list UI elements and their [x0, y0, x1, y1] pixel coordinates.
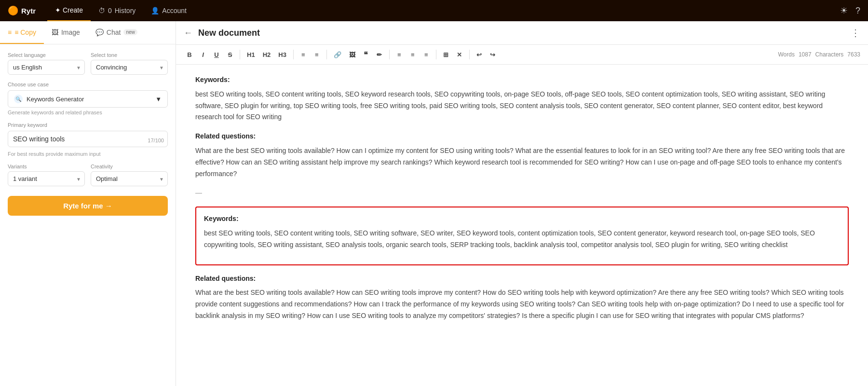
variants-select[interactable]: 1 variant — [8, 171, 85, 186]
copy-tab-label: ≡ Copy — [14, 28, 36, 36]
chat-tab-label: Chat — [107, 28, 121, 36]
tab-copy[interactable]: ≡ ≡ Copy — [0, 21, 44, 44]
use-case-hint: Generate keywords and related phrases — [8, 110, 168, 115]
clear-format-button[interactable]: ✕ — [454, 48, 465, 61]
more-options-button[interactable]: ⋮ — [851, 27, 860, 39]
variants-select-wrapper: 1 variant ▼ — [8, 171, 85, 186]
word-char-count: Words 1087 Characters 7633 — [778, 51, 860, 58]
chat-icon: 💬 — [95, 28, 104, 36]
block1-keywords-text: best SEO writing tools, SEO content writ… — [195, 89, 849, 123]
keyword-input[interactable] — [8, 131, 168, 147]
tab-chat[interactable]: 💬 Chat new — [88, 21, 145, 44]
creativity-select[interactable]: Optimal — [91, 171, 168, 186]
chars-count: 7633 — [847, 51, 860, 58]
redo-button[interactable]: ↪ — [487, 48, 499, 61]
language-group: Select language us English ▼ — [8, 52, 85, 75]
help-button[interactable]: ? — [855, 6, 860, 16]
quote-button[interactable]: ❝ — [360, 48, 372, 61]
history-badge: 0 — [108, 7, 112, 14]
use-case-icon: 🔍 — [14, 95, 23, 103]
tone-group: Select tone Convincing ▼ — [91, 52, 168, 75]
language-tone-row: Select language us English ▼ Select tone… — [8, 52, 168, 75]
keyword-hint: For best results provide maximum input — [8, 151, 101, 157]
primary-keyword-section: Primary keyword 17/100 For best results … — [8, 122, 168, 157]
document-header: ← New document ⋮ — [176, 21, 868, 45]
tone-label: Select tone — [91, 52, 168, 58]
toolbar-sep-1 — [240, 50, 240, 59]
bold-button[interactable]: B — [184, 48, 195, 61]
block2-related-questions-text: What are the best SEO writing tools avai… — [195, 287, 849, 321]
left-sidebar: ≡ ≡ Copy 🖼 Image 💬 Chat new Select langu… — [0, 21, 176, 386]
back-button[interactable]: ← — [184, 28, 192, 38]
toolbar-sep-3 — [326, 50, 327, 59]
account-icon: 👤 — [151, 7, 159, 14]
variants-label: Variants — [8, 164, 85, 169]
document-area: ← New document ⋮ B I U S H1 H2 H3 ≡ ≡ 🔗 … — [176, 21, 868, 386]
logo[interactable]: 🟠 Rytr — [8, 5, 36, 16]
doc-header-right: ⋮ — [851, 27, 860, 39]
image-icon: 🖼 — [52, 28, 58, 36]
block1-related-questions-heading: Related questions: — [195, 131, 849, 142]
nav-account[interactable]: 👤 Account — [143, 0, 194, 21]
block1-related-questions-text: What are the best SEO writing tools avai… — [195, 145, 849, 179]
keyword-counter: 17/100 — [148, 138, 164, 143]
content-block-2-highlighted: Keywords: best SEO writing tools, SEO co… — [195, 207, 849, 265]
block2-related-questions-heading: Related questions: — [195, 273, 849, 285]
toolbar-sep-6 — [469, 50, 470, 59]
chat-badge: new — [123, 29, 137, 35]
use-case-value: Keywords Generator — [27, 96, 84, 103]
tone-select[interactable]: Convincing — [91, 60, 168, 75]
language-select-wrapper: us English ▼ — [8, 60, 85, 75]
h2-button[interactable]: H2 — [260, 48, 274, 61]
use-case-label: Choose use case — [8, 82, 168, 87]
block2-keywords-heading: Keywords: — [204, 213, 840, 225]
words-label: Words — [778, 51, 794, 58]
link-button[interactable]: 🔗 — [331, 48, 344, 61]
use-case-section: Choose use case 🔍 Keywords Generator ▼ G… — [8, 82, 168, 115]
language-label: Select language — [8, 52, 85, 58]
document-toolbar: B I U S H1 H2 H3 ≡ ≡ 🔗 🖼 ❝ ✏ ≡ ≡ ≡ ⊞ ✕ ↩… — [176, 45, 868, 65]
ordered-list-button[interactable]: ≡ — [311, 48, 323, 61]
logo-text: Rytr — [21, 7, 36, 15]
h1-button[interactable]: H1 — [244, 48, 258, 61]
tone-select-wrapper: Convincing ▼ — [91, 60, 168, 75]
creativity-label: Creativity — [91, 164, 168, 169]
image-button[interactable]: 🖼 — [346, 48, 358, 61]
theme-toggle-button[interactable]: ☀ — [840, 5, 848, 16]
nav-right-actions: ☀ ? — [840, 5, 860, 16]
strikethrough-button[interactable]: S — [224, 48, 236, 61]
variants-group: Variants 1 variant ▼ — [8, 164, 85, 186]
creativity-select-wrapper: Optimal ▼ — [91, 171, 168, 186]
tab-image[interactable]: 🖼 Image — [44, 21, 88, 44]
chars-label: Characters — [815, 51, 844, 58]
underline-button[interactable]: U — [211, 48, 222, 61]
toolbar-sep-4 — [389, 50, 390, 59]
nav-create[interactable]: ✦ Create — [47, 0, 91, 21]
image-tab-label: Image — [61, 28, 80, 36]
primary-keyword-label: Primary keyword — [8, 122, 168, 128]
h3-button[interactable]: H3 — [275, 48, 289, 61]
nav-history[interactable]: ⏱ 0 History — [91, 0, 143, 21]
language-select[interactable]: us English — [8, 60, 85, 75]
undo-button[interactable]: ↩ — [474, 48, 485, 61]
sidebar-tabs: ≡ ≡ Copy 🖼 Image 💬 Chat new — [0, 21, 176, 44]
italic-button[interactable]: I — [197, 48, 209, 61]
sidebar-content: Select language us English ▼ Select tone… — [0, 44, 176, 386]
ryte-for-me-button[interactable]: Ryte for me → — [8, 196, 168, 216]
variants-creativity-row: Variants 1 variant ▼ Creativity Optimal — [8, 164, 168, 186]
use-case-select[interactable]: 🔍 Keywords Generator ▼ — [8, 90, 168, 108]
creativity-group: Creativity Optimal ▼ — [91, 164, 168, 186]
unordered-list-button[interactable]: ≡ — [298, 48, 309, 61]
words-count: 1087 — [799, 51, 812, 58]
align-right-button[interactable]: ≡ — [420, 48, 432, 61]
main-layout: ≡ ≡ Copy 🖼 Image 💬 Chat new Select langu… — [0, 21, 868, 386]
table-button[interactable]: ⊞ — [440, 48, 452, 61]
copy-icon: ≡ — [8, 28, 12, 36]
document-content[interactable]: Keywords: best SEO writing tools, SEO co… — [176, 65, 868, 386]
highlight-button[interactable]: ✏ — [374, 48, 385, 61]
content-divider: — — [195, 187, 849, 199]
align-left-button[interactable]: ≡ — [393, 48, 405, 61]
logo-icon: 🟠 — [8, 5, 18, 16]
align-center-button[interactable]: ≡ — [407, 48, 419, 61]
top-navigation: 🟠 Rytr ✦ Create ⏱ 0 History 👤 Account ☀ … — [0, 0, 868, 21]
